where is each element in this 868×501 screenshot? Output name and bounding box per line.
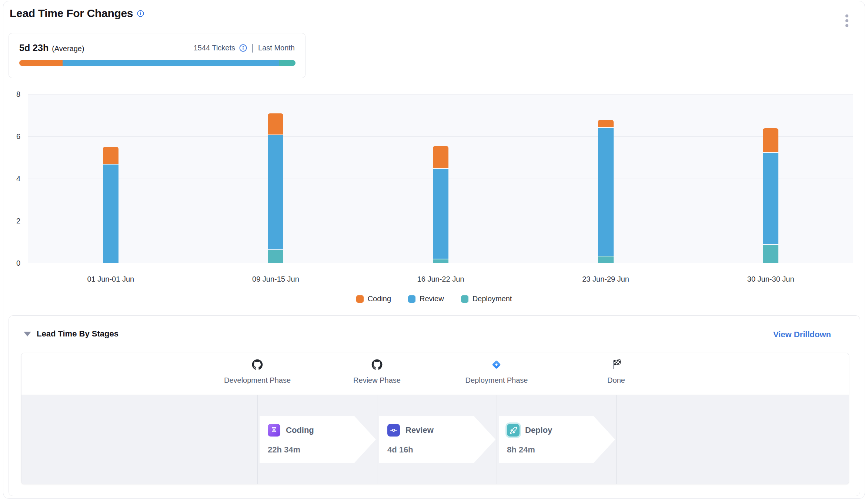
bar-segment-coding[interactable] xyxy=(763,128,778,153)
stage-label: Deploy xyxy=(525,425,552,435)
jira-icon xyxy=(491,359,502,372)
x-axis-label: 01 Jun-01 Jun xyxy=(87,275,134,283)
bar-segment-coding[interactable] xyxy=(103,147,118,164)
phase-done: Done xyxy=(607,359,625,385)
view-drilldown-link[interactable]: View Drilldown xyxy=(773,330,831,339)
legend-label: Coding xyxy=(368,295,391,303)
phase-label: Review Phase xyxy=(353,376,401,385)
phase-label: Development Phase xyxy=(224,376,291,385)
legend-swatch-deployment xyxy=(461,295,468,303)
y-tick-label: 0 xyxy=(16,259,20,268)
legend-item-deployment[interactable]: Deployment xyxy=(461,295,512,303)
y-tick-label: 2 xyxy=(16,217,20,225)
stage-card-row: Coding xyxy=(268,424,376,437)
column-divider xyxy=(616,395,617,484)
page-title: Lead Time For Changes xyxy=(10,7,133,20)
widget-header: Lead Time For Changes xyxy=(10,7,144,20)
github-icon xyxy=(252,359,263,372)
y-tick-label: 8 xyxy=(16,90,20,99)
bar-segment-review[interactable] xyxy=(103,165,118,263)
bar-3[interactable] xyxy=(433,146,448,263)
stages-table: Development PhaseReview PhaseDeployment … xyxy=(21,353,849,484)
stage-duration: 8h 24m xyxy=(507,445,615,455)
stage-card-row: Deploy xyxy=(507,424,615,437)
legend-swatch-review xyxy=(408,295,415,303)
bar-segment-review[interactable] xyxy=(598,128,614,256)
checkered-flag-icon xyxy=(611,359,622,372)
stages-panel-title: Lead Time By Stages xyxy=(37,329,118,339)
average-value: 5d 23h xyxy=(19,43,49,53)
stage-label: Review xyxy=(405,425,434,435)
rocket-icon xyxy=(507,424,520,437)
bar-segment-review[interactable] xyxy=(433,169,448,259)
phase-deployment-phase: Deployment Phase xyxy=(465,359,528,385)
bar-segment-coding[interactable] xyxy=(598,120,614,127)
y-tick-label: 6 xyxy=(16,132,20,141)
x-axis-label: 09 Jun-15 Jun xyxy=(252,275,299,283)
bar-1[interactable] xyxy=(103,147,118,263)
stage-duration: 4d 16h xyxy=(387,445,495,455)
bar-segment-coding[interactable] xyxy=(268,113,283,135)
stage-card-deploy[interactable]: Deploy8h 24m xyxy=(499,416,615,463)
y-axis-ticks: 02468 xyxy=(3,94,23,263)
gridline xyxy=(28,263,853,263)
average-label: (Average) xyxy=(52,44,84,53)
lead-time-widget: Lead Time For Changes 5d 23h(Average) 15… xyxy=(3,1,865,499)
tickets-info-icon[interactable] xyxy=(239,44,247,52)
average-value-group: 5d 23h(Average) xyxy=(19,43,84,53)
bar-segment-review[interactable] xyxy=(268,135,283,249)
info-icon[interactable] xyxy=(137,10,144,17)
bar-segment-deployment[interactable] xyxy=(268,250,283,263)
separator xyxy=(252,44,253,53)
progress-segment-coding xyxy=(19,60,63,66)
legend-swatch-coding xyxy=(356,295,364,303)
y-tick-label: 4 xyxy=(16,175,20,183)
column-divider xyxy=(257,395,258,484)
bar-segment-deployment[interactable] xyxy=(433,259,448,263)
stage-label: Coding xyxy=(286,425,314,435)
github-icon xyxy=(371,359,383,372)
stage-duration: 22h 34m xyxy=(268,445,376,455)
tickets-count: 1544 Tickets xyxy=(194,44,235,52)
legend-label: Review xyxy=(420,295,444,303)
period-label: Last Month xyxy=(258,44,295,52)
x-axis-labels: 01 Jun-01 Jun09 Jun-15 Jun16 Jun-22 Jun2… xyxy=(28,275,853,286)
bar-2[interactable] xyxy=(268,113,283,263)
legend-label: Deployment xyxy=(473,295,512,303)
progress-segment-review xyxy=(63,60,279,66)
phase-label: Done xyxy=(607,376,625,385)
gridline xyxy=(28,136,853,137)
collapse-triangle-icon[interactable] xyxy=(24,332,31,336)
kebab-menu-icon[interactable] xyxy=(844,13,850,29)
x-axis-label: 23 Jun-29 Jun xyxy=(582,275,629,283)
bar-segment-coding[interactable] xyxy=(433,146,448,168)
summary-progress-bar xyxy=(19,60,296,66)
stage-card-coding[interactable]: Coding22h 34m xyxy=(260,416,376,463)
bar-5[interactable] xyxy=(763,128,778,263)
summary-card: 5d 23h(Average) 1544 Tickets Last Month xyxy=(9,33,306,78)
bar-segment-deployment[interactable] xyxy=(598,256,614,263)
bar-4[interactable] xyxy=(598,120,614,263)
x-axis-label: 16 Jun-22 Jun xyxy=(417,275,464,283)
stages-panel-header: Lead Time By Stages xyxy=(24,329,118,339)
phase-review-phase: Review Phase xyxy=(353,359,401,385)
column-divider xyxy=(377,395,377,484)
x-axis-label: 30 Jun-30 Jun xyxy=(747,275,794,283)
phase-label: Deployment Phase xyxy=(465,376,528,385)
progress-segment-deployment xyxy=(279,60,296,66)
hourglass-icon xyxy=(268,424,280,437)
bar-segment-deployment[interactable] xyxy=(763,245,778,263)
chart-plot-area xyxy=(28,94,853,263)
bar-segment-review[interactable] xyxy=(763,153,778,244)
stages-panel: Lead Time By Stages View Drilldown Devel… xyxy=(9,315,860,496)
legend-item-coding[interactable]: Coding xyxy=(356,295,391,303)
summary-meta: 1544 Tickets Last Month xyxy=(194,44,295,53)
legend-item-review[interactable]: Review xyxy=(408,295,444,303)
stage-card-review[interactable]: Review4d 16h xyxy=(379,416,495,463)
commit-icon xyxy=(387,424,400,437)
phase-development-phase: Development Phase xyxy=(224,359,291,385)
phase-header-row: Development PhaseReview PhaseDeployment … xyxy=(21,353,849,395)
stage-cards-area: Coding22h 34mReview4d 16hDeploy8h 24m xyxy=(21,395,849,484)
chart-legend: CodingReviewDeployment xyxy=(3,295,865,303)
gridline xyxy=(28,94,853,94)
